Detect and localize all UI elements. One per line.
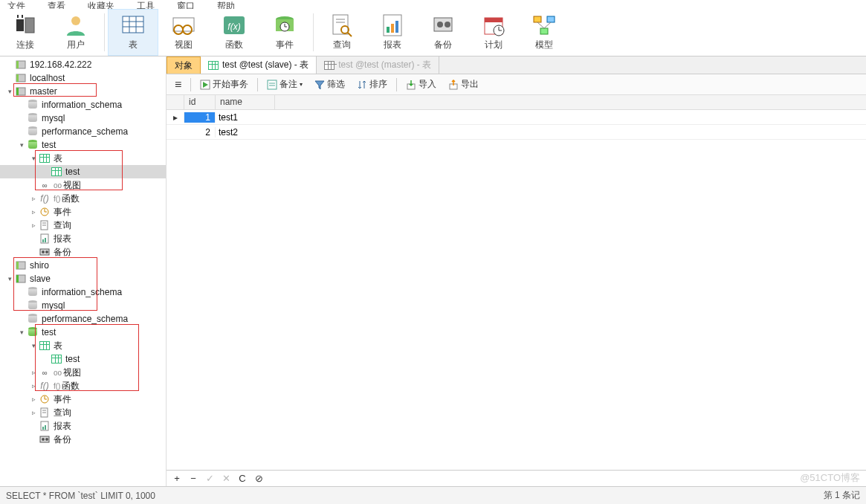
tree-item-视图[interactable]: ▹∞oo视图 [0,366,166,379]
ribbon-query[interactable]: 查询 [317,9,367,56]
memo-button[interactable]: 备注 ▾ [262,76,308,93]
tree-item-shiro[interactable]: shiro [0,259,166,272]
begin-transaction-button[interactable]: 开始事务 [195,76,253,93]
refresh-button[interactable]: C [236,473,248,485]
add-row-button[interactable]: + [171,473,183,485]
svg-rect-37 [534,16,541,22]
menu-fav[interactable]: 收藏夹 [88,0,114,9]
menu-file[interactable]: 文件 [7,0,25,9]
import-button[interactable]: 导入 [401,76,442,93]
expand-arrow[interactable]: ▾ [4,275,15,282]
sort-button[interactable]: 排序 [352,76,392,93]
tree-item-test[interactable]: ▾test [0,326,166,339]
ribbon-model[interactable]: 模型 [519,9,569,56]
tree-item-performance_schema[interactable]: performance_schema [0,125,166,138]
col-header-id[interactable]: id [184,95,216,109]
menu-view[interactable]: 查看 [48,0,65,9]
tree-item-information_schema[interactable]: information_schema [0,98,166,112]
table-row[interactable]: 2test2 [167,125,866,140]
col-header-name[interactable]: name [216,95,275,109]
tree-item-test[interactable]: test [0,352,166,366]
expand-arrow[interactable]: ▾ [28,342,39,349]
svg-rect-0 [16,19,24,31]
svg-point-74 [42,438,45,441]
conn-g-icon [15,273,27,285]
expand-arrow[interactable]: ▹ [28,409,39,416]
menu-tools[interactable]: 工具 [137,0,155,9]
tree-item-test[interactable]: test [0,165,166,178]
expand-arrow[interactable]: ▹ [28,195,39,202]
ribbon-view[interactable]: 视图 [158,9,209,56]
ribbon-table[interactable]: 表 [108,9,158,56]
cell-name[interactable]: test1 [216,112,275,123]
tree-item-localhost[interactable]: localhost [0,71,166,85]
tab-objects[interactable]: 对象 [167,56,201,74]
table-row[interactable]: ▸1test1 [167,110,866,125]
expand-arrow[interactable]: ▹ [28,369,39,376]
expand-arrow[interactable]: ▹ [28,208,39,216]
ribbon-event[interactable]: 事件 [259,9,310,56]
ribbon-report[interactable]: 报表 [367,9,418,56]
tree-item-表[interactable]: ▾表 [0,339,166,352]
tree-item-mysql[interactable]: mysql [0,112,166,125]
expand-arrow[interactable]: ▹ [28,222,39,229]
delete-row-button[interactable]: − [187,473,199,485]
tree-item-192.168.42.222[interactable]: 192.168.42.222 [0,58,166,71]
data-grid[interactable]: id name ▸1test12test2 [167,95,866,486]
tab-active-table[interactable]: test @test (slave) - 表 [201,56,317,74]
expand-arrow[interactable]: ▹ [28,382,39,390]
tree-item-performance_schema[interactable]: performance_schema [0,312,166,326]
ribbon-plug[interactable]: 连接 [0,9,51,56]
menu-window[interactable]: 窗口 [177,0,195,9]
ribbon-function[interactable]: f(x)函数 [209,9,259,56]
tree-item-函数[interactable]: ▹f()f()函数 [0,379,166,392]
tree-label: performance_schema [42,126,128,137]
cell-name[interactable]: test2 [216,127,275,138]
tree-item-事件[interactable]: ▹事件 [0,205,166,219]
tree-item-视图[interactable]: ∞oo视图 [0,178,166,192]
connection-tree[interactable]: 192.168.42.222localhost▾masterinformatio… [0,56,167,486]
commit-button[interactable]: ✓ [204,473,216,485]
tree-item-事件[interactable]: ▹事件 [0,392,166,406]
backup-icon [39,433,51,445]
prefix: oo [54,369,62,377]
svg-rect-1 [25,18,34,33]
tree-item-查询[interactable]: ▹查询 [0,406,166,419]
tree-item-函数[interactable]: ▹f()f()函数 [0,192,166,205]
hamburger-button[interactable]: ≡ [169,76,187,94]
cancel-button[interactable]: ✕ [220,473,232,485]
ribbon-schedule[interactable]: 计划 [468,9,519,56]
tab-inactive-table[interactable]: test @test (master) - 表 [317,56,439,74]
stop-button[interactable]: ⊘ [253,473,265,485]
db-icon [27,126,39,138]
svg-rect-61 [16,262,19,269]
expand-arrow[interactable]: ▾ [28,155,39,162]
tree-item-查询[interactable]: ▹查询 [0,219,166,232]
report-icon [39,233,51,245]
tree-item-information_schema[interactable]: information_schema [0,285,166,299]
tree-item-报表[interactable]: 报表 [0,419,166,433]
tree-item-slave[interactable]: ▾slave [0,272,166,285]
tree-item-master[interactable]: ▾master [0,85,166,98]
ribbon-user[interactable]: 用户 [51,9,101,56]
filter-button[interactable]: 筛选 [309,76,350,93]
tab-active-label: test @test (slave) - 表 [222,59,308,71]
expand-arrow[interactable]: ▾ [4,88,15,95]
ribbon-backup[interactable]: 备份 [418,9,468,56]
conn-icon [15,72,27,84]
ribbon-label: 查询 [333,39,351,51]
tree-item-表[interactable]: ▾表 [0,152,166,165]
svg-point-75 [45,438,48,441]
expand-arrow[interactable]: ▹ [28,395,39,403]
expand-arrow[interactable]: ▾ [16,329,27,336]
tree-item-报表[interactable]: 报表 [0,232,166,245]
cell-id[interactable]: 1 [184,112,216,123]
expand-arrow[interactable]: ▾ [16,141,27,149]
export-button[interactable]: 导出 [443,76,484,93]
cell-id[interactable]: 2 [184,127,216,138]
tree-item-备份[interactable]: 备份 [0,245,166,259]
tree-item-mysql[interactable]: mysql [0,299,166,312]
tree-item-test[interactable]: ▾test [0,138,166,152]
tree-item-备份[interactable]: 备份 [0,433,166,446]
menu-help[interactable]: 帮助 [217,0,235,9]
